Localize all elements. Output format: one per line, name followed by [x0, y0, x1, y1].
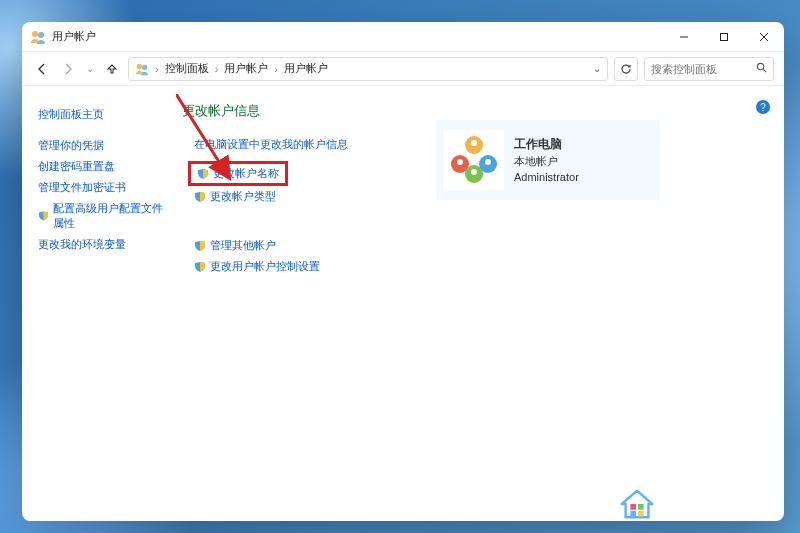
action-label: 更改用户帐户控制设置: [210, 259, 320, 274]
svg-rect-20: [630, 504, 636, 510]
shield-icon: [38, 210, 49, 222]
change-uac-settings-link[interactable]: 更改用户帐户控制设置: [194, 256, 770, 277]
svg-rect-22: [630, 511, 636, 517]
window-title: 用户帐户: [52, 29, 664, 44]
svg-line-5: [760, 33, 768, 41]
svg-rect-23: [638, 511, 644, 517]
action-label: 管理其他帐户: [210, 238, 276, 253]
address-bar[interactable]: › 控制面板 › 用户帐户 › 用户帐户 ⌄: [128, 57, 608, 81]
help-icon[interactable]: ?: [756, 100, 770, 114]
svg-point-7: [142, 64, 147, 69]
action-label: 更改帐户名称: [213, 166, 279, 181]
search-box[interactable]: [644, 57, 774, 81]
svg-point-8: [757, 63, 763, 69]
breadcrumb-item[interactable]: 用户帐户: [224, 61, 268, 76]
svg-line-9: [763, 69, 766, 72]
account-name: 工作电脑: [514, 135, 579, 153]
account-type: 本地帐户: [514, 153, 579, 170]
forward-button[interactable]: [58, 59, 78, 79]
minimize-button[interactable]: [664, 22, 704, 51]
svg-point-6: [137, 63, 142, 68]
search-input[interactable]: [651, 63, 752, 75]
window-controls: [664, 22, 784, 51]
watermark-url: www.bjjmlv.com: [664, 508, 784, 519]
shield-icon: [194, 191, 206, 203]
sidebar-item[interactable]: 更改我的环境变量: [38, 234, 172, 255]
back-button[interactable]: [32, 59, 52, 79]
account-card: 工作电脑 本地帐户 Administrator: [436, 120, 660, 200]
manage-other-accounts-link[interactable]: 管理其他帐户: [194, 235, 770, 256]
shield-icon: [194, 261, 206, 273]
navigation-bar: ⌄ › 控制面板 › 用户帐户 › 用户帐户 ⌄: [22, 52, 784, 86]
watermark-brand: Windows 系统之家: [664, 490, 784, 508]
account-avatar: [444, 130, 504, 190]
shield-icon: [194, 240, 206, 252]
titlebar: 用户帐户: [22, 22, 784, 52]
sidebar-item[interactable]: 管理你的凭据: [38, 135, 172, 156]
user-accounts-icon: [135, 62, 149, 76]
control-panel-home-link[interactable]: 控制面板主页: [38, 104, 172, 125]
sidebar-item[interactable]: 管理文件加密证书: [38, 177, 172, 198]
search-icon: [756, 62, 767, 75]
svg-rect-21: [638, 504, 644, 510]
svg-point-1: [38, 32, 44, 38]
user-accounts-icon: [30, 29, 46, 45]
breadcrumb-item[interactable]: 用户帐户: [284, 61, 328, 76]
page-heading: 更改帐户信息: [182, 102, 770, 120]
sidebar-item[interactable]: 配置高级用户配置文件属性: [38, 198, 172, 234]
sidebar-item[interactable]: 创建密码重置盘: [38, 156, 172, 177]
account-info: 工作电脑 本地帐户 Administrator: [514, 135, 579, 186]
svg-point-16: [457, 159, 463, 165]
svg-point-15: [471, 140, 477, 146]
svg-point-18: [471, 169, 477, 175]
control-panel-window: 用户帐户 ⌄ › 控制面板 › 用户帐户 › 用户帐户 ⌄ 控制面: [22, 22, 784, 521]
refresh-button[interactable]: [614, 57, 638, 81]
account-role: Administrator: [514, 169, 579, 186]
close-button[interactable]: [744, 22, 784, 51]
history-dropdown[interactable]: ⌄: [84, 63, 96, 74]
svg-point-0: [32, 31, 38, 37]
house-icon: [618, 485, 656, 523]
chevron-down-icon[interactable]: ⌄: [593, 63, 601, 74]
chevron-right-icon: ›: [213, 63, 221, 75]
main-panel: ? 更改帐户信息 在电脑设置中更改我的帐户信息 更改帐户名称 更改帐户类型: [172, 86, 784, 521]
watermark: Windows 系统之家 www.bjjmlv.com: [618, 485, 784, 523]
change-account-name-link[interactable]: 更改帐户名称: [197, 166, 279, 181]
chevron-right-icon: ›: [153, 63, 161, 75]
chevron-right-icon: ›: [272, 63, 280, 75]
action-label: 更改帐户类型: [210, 189, 276, 204]
sidebar-item-label: 配置高级用户配置文件属性: [53, 201, 172, 231]
svg-line-4: [760, 33, 768, 41]
maximize-button[interactable]: [704, 22, 744, 51]
svg-point-17: [485, 159, 491, 165]
sidebar: 控制面板主页 管理你的凭据 创建密码重置盘 管理文件加密证书 配置高级用户配置文…: [22, 86, 172, 521]
svg-rect-3: [721, 33, 728, 40]
highlight-box: 更改帐户名称: [188, 161, 288, 186]
up-button[interactable]: [102, 59, 122, 79]
shield-icon: [197, 168, 209, 180]
content-area: 控制面板主页 管理你的凭据 创建密码重置盘 管理文件加密证书 配置高级用户配置文…: [22, 86, 784, 521]
breadcrumb-item[interactable]: 控制面板: [165, 61, 209, 76]
